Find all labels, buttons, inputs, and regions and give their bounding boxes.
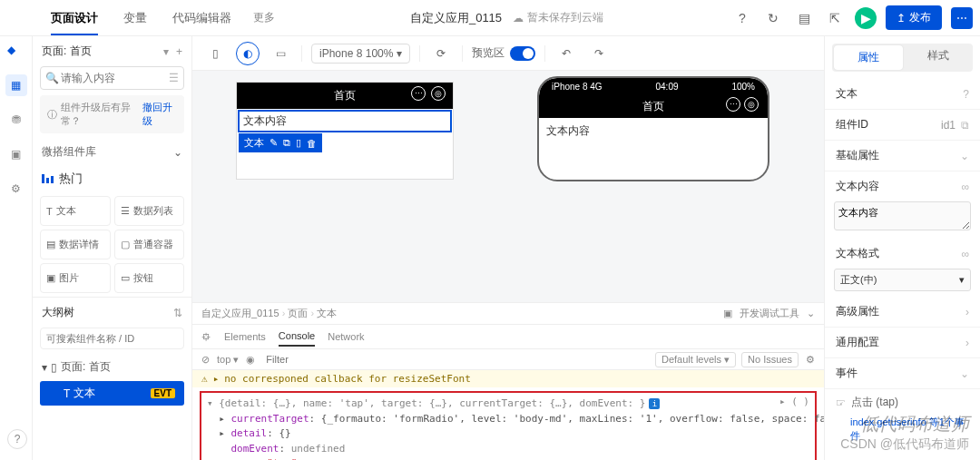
menu-dots-icon[interactable]: ⋯ <box>726 97 740 112</box>
link-icon[interactable]: ∞ <box>961 181 969 193</box>
console-body[interactable]: ▸ ( ) ▾ {detail: {…}, name: 'tap', targe… <box>192 387 824 460</box>
tab-console[interactable]: Console <box>279 327 315 347</box>
tab-styles[interactable]: 样式 <box>905 44 974 72</box>
rail-image-icon[interactable]: ▣ <box>5 143 27 165</box>
filter-icon[interactable]: ☰ <box>169 72 179 84</box>
rail-settings-icon[interactable]: ⚙ <box>5 178 27 200</box>
device-mobile-icon[interactable]: ▯ <box>203 42 227 65</box>
delete-icon[interactable]: 🗑 <box>307 138 317 149</box>
share-icon[interactable]: ⇱ <box>824 7 846 29</box>
component-title-row: 文本 ? <box>825 79 980 110</box>
carrier-text: iPhone 8 4G <box>552 82 603 92</box>
tab-code-editor[interactable]: 代码编辑器 <box>162 3 242 34</box>
tab-more[interactable]: 更多 <box>246 3 282 34</box>
redo-icon[interactable]: ↷ <box>587 42 611 65</box>
more-actions-button[interactable]: ⋯ <box>951 7 973 29</box>
hot-section[interactable]: 热门 <box>33 165 191 192</box>
link-icon[interactable]: ∞ <box>961 248 969 260</box>
help-fab[interactable]: ? <box>7 429 27 449</box>
tab-network[interactable]: Network <box>328 328 364 346</box>
device-selector[interactable]: iPhone 8 100% ▾ <box>311 44 410 64</box>
battery-text: 100% <box>731 82 755 92</box>
event-tap-row[interactable]: ☞ 点击 (tap) <box>825 389 980 416</box>
comp-container[interactable]: ▢普通容器 <box>114 230 185 259</box>
console-breadcrumb: 自定义应用_0115 页面 文本 ▣ 开发调试工具 ⌄ <box>192 303 824 325</box>
page-label[interactable]: 页面: 首页 <box>42 44 92 59</box>
undo-icon[interactable]: ↶ <box>554 42 578 65</box>
rail-data-icon[interactable]: ⛃ <box>5 109 27 131</box>
rail-layout-icon[interactable]: ▦ <box>5 74 27 96</box>
inspect-icon[interactable]: ⯐ <box>201 331 211 342</box>
comp-text[interactable]: T文本 <box>40 196 111 226</box>
paste-icon[interactable]: ▯ <box>296 137 301 149</box>
comp-data-detail[interactable]: ▤数据详情 <box>40 230 111 259</box>
sel-label: 文本 <box>244 136 264 150</box>
tab-attributes[interactable]: 属性 <box>834 45 903 70</box>
tab-variables[interactable]: 变量 <box>113 3 158 34</box>
events-header[interactable]: 事件⌄ <box>825 358 980 389</box>
tree-root[interactable]: ▾ ▯ 页面: 首页 <box>33 355 191 379</box>
tree-search-input[interactable] <box>40 328 184 349</box>
bc-node[interactable]: 文本 <box>317 308 337 318</box>
save-icon[interactable]: ▤ <box>793 7 815 29</box>
container-icon: ▢ <box>121 239 130 250</box>
console-log-object[interactable]: ▸ ( ) ▾ {detail: {…}, name: 'tap', targe… <box>200 391 817 460</box>
component-library-header[interactable]: 微搭组件库⌄ <box>33 139 191 165</box>
hot-icon <box>42 174 54 183</box>
general-config-header[interactable]: 通用配置› <box>825 328 980 358</box>
event-action-link[interactable]: index.getuserinfo 等1个事件 <box>825 416 980 448</box>
advanced-props-header[interactable]: 高级属性› <box>825 297 980 328</box>
text-format-select-wrap: 正文(中)▾ <box>834 269 971 291</box>
issues-pill[interactable]: No Issues <box>741 352 799 367</box>
basic-props-header[interactable]: 基础属性⌄ <box>825 141 980 171</box>
copy-icon[interactable]: ⧉ <box>961 119 969 132</box>
page-dropdown-icon[interactable]: ▾ <box>163 45 169 58</box>
bc-page[interactable]: 页面 <box>288 308 314 318</box>
devtools-label[interactable]: 开发调试工具 <box>740 307 799 320</box>
preview-toggle[interactable]: 预览区 <box>472 45 535 61</box>
refresh-icon[interactable]: ⟳ <box>429 42 453 65</box>
bc-app[interactable]: 自定义应用_0115 <box>201 308 285 318</box>
text-format-select[interactable]: 正文(中)▾ <box>834 269 971 291</box>
help-icon[interactable]: ? <box>731 7 753 29</box>
selected-text-element[interactable]: 文本内容 <box>239 111 451 132</box>
copy-icon[interactable]: ⧉ <box>283 137 290 149</box>
filter-input[interactable] <box>262 351 648 367</box>
publish-button[interactable]: ↥发布 <box>886 5 942 30</box>
eye-icon[interactable]: ◉ <box>246 354 255 366</box>
main-area: ◆ ▦ ⛃ ▣ ⚙ 页面: 首页 ▾ + 🔍 ☰ ⓘ 组件升级后有异常？ 撤回升… <box>0 36 980 460</box>
chevron-right-icon[interactable]: ▸ <box>213 373 220 385</box>
console-settings-icon[interactable]: ⚙ <box>806 354 815 366</box>
expand-arrow[interactable]: ▸ ( ) <box>779 395 809 410</box>
levels-selector[interactable]: Default levels ▾ <box>655 352 736 367</box>
add-page-icon[interactable]: + <box>176 45 182 58</box>
tree-sort-icon[interactable]: ⇅ <box>173 307 182 319</box>
menu-dots-icon[interactable]: ⋯ <box>411 86 426 101</box>
target-icon[interactable]: ◎ <box>431 86 446 101</box>
tree-child-text[interactable]: T文本 EVT <box>40 381 184 406</box>
device-tablet-icon[interactable]: ◐ <box>236 42 260 65</box>
comp-data-list[interactable]: ☰数据列表 <box>114 196 185 226</box>
help-icon[interactable]: ? <box>963 88 969 101</box>
play-icon[interactable]: ▶ <box>855 7 877 29</box>
phone-edit-frame[interactable]: 首页 ⋯◎ 文本内容 文本 ✎ ⧉ ▯ 🗑 <box>236 82 454 180</box>
chevron-down-icon[interactable]: ⌄ <box>807 308 815 319</box>
phone-preview-frame: iPhone 8 4G 04:09 100% 首页 ⋯◎ 文本内容 <box>537 76 769 181</box>
edit-icon[interactable]: ✎ <box>270 137 278 149</box>
switch-icon[interactable] <box>510 46 535 61</box>
device-desktop-icon[interactable]: ▭ <box>269 42 292 65</box>
scope-selector[interactable]: top ▾ <box>217 354 239 366</box>
search-input[interactable] <box>40 66 184 90</box>
target-icon[interactable]: ◎ <box>744 97 759 112</box>
tab-elements[interactable]: Elements <box>224 328 266 346</box>
info-badge-icon[interactable]: i <box>649 398 660 409</box>
text-content-input[interactable] <box>834 201 971 230</box>
history-icon[interactable]: ↻ <box>762 7 784 29</box>
upgrade-text: 组件升级后有异常？ <box>61 101 139 128</box>
clear-console-icon[interactable]: ⊘ <box>201 354 210 366</box>
tab-page-design[interactable]: 页面设计 <box>40 3 109 34</box>
phone2-status-bar: iPhone 8 4G 04:09 100% <box>539 78 768 95</box>
comp-image[interactable]: ▣图片 <box>40 263 111 293</box>
comp-button[interactable]: ▭按钮 <box>114 263 185 293</box>
upgrade-link[interactable]: 撤回升级 <box>142 101 177 128</box>
